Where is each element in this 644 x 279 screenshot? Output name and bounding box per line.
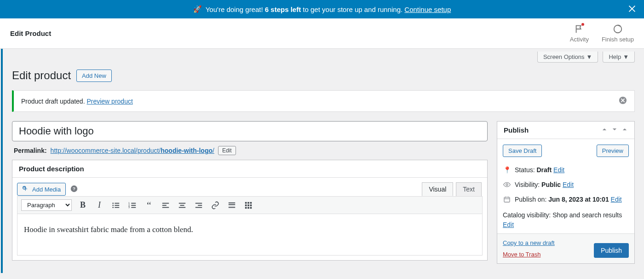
link-icon[interactable] — [210, 200, 221, 211]
svg-rect-23 — [162, 207, 169, 208]
banner-suffix: to get your store up and running. — [301, 6, 404, 13]
svg-rect-28 — [198, 205, 202, 206]
svg-rect-22 — [162, 205, 167, 206]
edit-visibility-link[interactable]: Edit — [563, 181, 574, 188]
product-description-box: Product description Add Media ? Visual — [12, 160, 488, 261]
banner-bold: 6 steps left — [265, 6, 301, 13]
svg-rect-12 — [115, 205, 119, 206]
align-center-icon[interactable] — [177, 200, 188, 211]
svg-rect-38 — [247, 204, 249, 206]
edit-catalog-link[interactable]: Edit — [503, 221, 514, 228]
svg-rect-36 — [250, 202, 252, 203]
dismiss-notice-icon[interactable] — [619, 96, 627, 106]
tab-text[interactable]: Text — [456, 182, 482, 196]
progress-circle-icon — [613, 24, 623, 34]
svg-point-43 — [506, 184, 508, 186]
svg-rect-14 — [115, 207, 119, 208]
svg-text:3: 3 — [128, 206, 130, 209]
pin-icon: 📍 — [503, 166, 511, 174]
format-select[interactable]: Paragraph — [21, 199, 72, 211]
editor-toolbar: Paragraph B I 123 “ — [17, 196, 483, 214]
banner-prefix: You're doing great! — [206, 6, 265, 13]
svg-rect-10 — [115, 203, 119, 203]
svg-rect-35 — [247, 202, 249, 203]
save-draft-button[interactable]: Save Draft — [503, 145, 542, 157]
svg-rect-21 — [162, 203, 169, 203]
svg-rect-34 — [245, 202, 247, 203]
svg-rect-39 — [250, 204, 252, 206]
tab-visual[interactable]: Visual — [422, 182, 453, 196]
continue-setup-link[interactable]: Continue setup — [404, 6, 451, 13]
screen-options-button[interactable]: Screen Options ▼ — [537, 52, 598, 63]
svg-rect-24 — [179, 203, 185, 203]
svg-rect-27 — [196, 203, 202, 203]
activity-label: Activity — [570, 36, 589, 43]
help-icon[interactable]: ? — [70, 185, 78, 194]
move-to-trash-link[interactable]: Move to Trash — [503, 251, 555, 258]
svg-point-9 — [112, 203, 114, 204]
page-title: Edit product — [12, 69, 71, 82]
header-bar: Edit Product Activity Finish setup — [0, 18, 644, 49]
notice-text: Product draft updated. — [21, 98, 86, 105]
toolbar-toggle-icon[interactable] — [243, 200, 254, 211]
edit-date-link[interactable]: Edit — [611, 196, 622, 203]
move-down-icon[interactable] — [611, 126, 618, 134]
italic-icon[interactable]: I — [94, 200, 105, 211]
svg-rect-20 — [131, 207, 136, 208]
svg-rect-41 — [247, 207, 249, 209]
number-list-icon[interactable]: 123 — [127, 200, 138, 211]
rocket-icon: 🚀 — [193, 5, 202, 13]
svg-point-11 — [112, 204, 114, 206]
edit-status-link[interactable]: Edit — [553, 166, 564, 174]
header-title: Edit Product — [10, 29, 51, 37]
preview-product-link[interactable]: Preview product — [86, 98, 132, 105]
permalink-url[interactable]: http://woocommerce-site.local/product/ho… — [51, 147, 214, 154]
caret-down-icon: ▼ — [586, 53, 592, 60]
publish-box: Publish Save Draft Preview 📍 Status: Dra… — [497, 121, 635, 264]
svg-rect-37 — [245, 204, 247, 206]
align-left-icon[interactable] — [160, 200, 171, 211]
svg-rect-44 — [504, 197, 510, 202]
permalink-label: Permalink: — [14, 147, 47, 154]
finish-setup-label: Finish setup — [602, 36, 634, 43]
eye-icon — [503, 181, 511, 188]
edit-permalink-button[interactable]: Edit — [218, 146, 236, 155]
editor-content[interactable]: Hoodie in sweatshirt fabric made from a … — [17, 214, 483, 256]
svg-rect-26 — [179, 207, 185, 208]
svg-rect-16 — [131, 203, 136, 203]
add-new-button[interactable]: Add New — [76, 70, 112, 82]
media-icon — [22, 186, 29, 193]
copy-to-draft-link[interactable]: Copy to a new draft — [503, 239, 555, 246]
notice-updated: Product draft updated. Preview product — [12, 90, 635, 112]
preview-button[interactable]: Preview — [597, 145, 629, 157]
close-banner-icon[interactable] — [627, 4, 637, 15]
svg-rect-18 — [131, 205, 136, 206]
toggle-panel-icon[interactable] — [621, 126, 628, 134]
svg-rect-31 — [229, 204, 235, 205]
svg-rect-29 — [196, 207, 202, 208]
svg-rect-30 — [229, 202, 235, 203]
caret-down-icon: ▼ — [623, 53, 629, 60]
help-button[interactable]: Help ▼ — [603, 52, 635, 63]
svg-rect-25 — [180, 205, 184, 206]
calendar-icon — [503, 196, 511, 203]
publish-title: Publish — [504, 126, 529, 134]
description-title: Product description — [19, 165, 84, 173]
svg-point-2 — [614, 25, 622, 33]
svg-rect-32 — [229, 205, 235, 206]
add-media-button[interactable]: Add Media — [17, 183, 66, 196]
blockquote-icon[interactable]: “ — [144, 200, 155, 211]
setup-banner: 🚀 You're doing great! 6 steps left to ge… — [0, 0, 644, 18]
publish-button[interactable]: Publish — [594, 243, 629, 258]
bullet-list-icon[interactable] — [110, 200, 121, 211]
activity-button[interactable]: Activity — [570, 24, 589, 43]
move-up-icon[interactable] — [601, 126, 608, 134]
svg-text:?: ? — [73, 186, 75, 191]
finish-setup-button[interactable]: Finish setup — [602, 24, 634, 43]
insert-more-icon[interactable] — [226, 200, 237, 211]
svg-point-13 — [112, 207, 114, 208]
align-right-icon[interactable] — [193, 200, 204, 211]
bold-icon[interactable]: B — [77, 200, 88, 211]
svg-rect-33 — [229, 207, 235, 208]
product-title-input[interactable] — [12, 121, 488, 141]
